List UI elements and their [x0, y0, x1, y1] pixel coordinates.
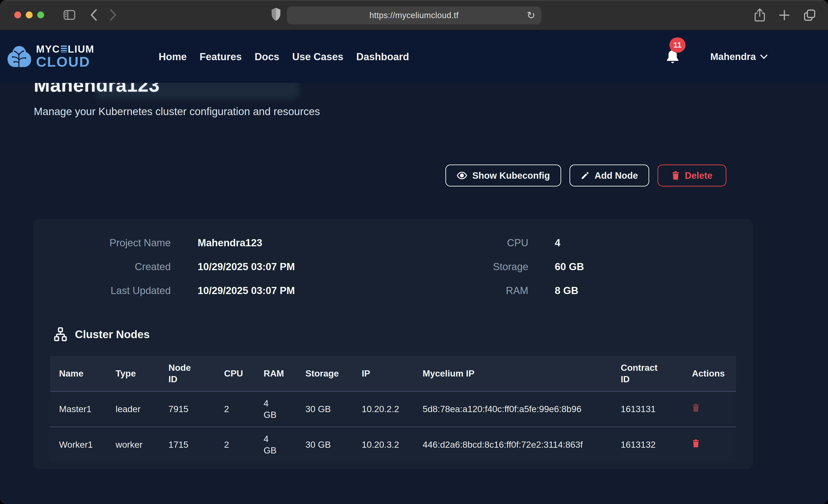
delete-node-button[interactable] [692, 403, 700, 413]
cluster-nodes-header: Cluster Nodes [53, 327, 753, 342]
reload-icon[interactable]: ↻ [527, 10, 535, 20]
nav-item-home[interactable]: Home [159, 51, 187, 62]
cell-storage: 30 GB [305, 427, 362, 462]
ram-label: RAM [423, 285, 528, 296]
storage-value: 60 GB [528, 261, 753, 272]
eye-icon [457, 172, 467, 179]
cell-ip: 10.20.2.2 [362, 391, 423, 427]
logo-wordmark: MYCLIUM CLOUD [36, 44, 94, 69]
new-tab-icon[interactable] [778, 9, 790, 21]
project-info-grid: Project Name Mahendra123 CPU 4 Created 1… [33, 219, 753, 296]
cell-storage: 30 GB [305, 391, 362, 427]
cell-name: Worker1 [50, 427, 116, 462]
created-value: 10/29/2025 03:07 PM [171, 261, 423, 272]
site-navbar: MYCLIUM CLOUD Home Features Docs Use Cas… [0, 30, 828, 83]
address-bar[interactable]: https://myceliumcloud.tf ↻ [287, 6, 541, 24]
table-header-row: Name Type Node ID CPU RAM Storage IP Myc… [50, 356, 736, 391]
col-storage: Storage [305, 356, 362, 391]
cell-node-id: 1715 [168, 427, 224, 462]
page-subtitle: Manage your Kubernetes cluster configura… [34, 105, 320, 118]
nav-item-docs[interactable]: Docs [255, 51, 280, 62]
nav-item-dashboard[interactable]: Dashboard [356, 51, 409, 62]
chevron-down-icon [760, 54, 768, 59]
cell-actions [692, 427, 736, 462]
browser-window: https://myceliumcloud.tf ↻ [0, 0, 828, 504]
add-node-button[interactable]: Add Node [570, 165, 649, 186]
cluster-nodes-table: Name Type Node ID CPU RAM Storage IP Myc… [50, 356, 736, 462]
sidebar-toggle-icon[interactable] [64, 10, 75, 20]
tab-overview-icon[interactable] [803, 9, 816, 22]
cpu-label: CPU [423, 238, 528, 248]
ram-value: 8 GB [528, 285, 753, 296]
cell-name: Master1 [50, 391, 116, 427]
forward-icon[interactable] [109, 8, 117, 22]
cluster-nodes-icon [53, 327, 68, 342]
cell-mycelium-ip: 5d8:78ea:a120:f40c:ff0f:a5fe:99e6:8b96 [423, 391, 621, 427]
storage-label: Storage [423, 261, 528, 272]
nav-links: Home Features Docs Use Cases Dashboard [159, 51, 409, 62]
notifications-button[interactable]: 11 [666, 49, 679, 64]
last-updated-label: Last Updated [33, 285, 171, 296]
col-contract-id: Contract ID [621, 356, 692, 391]
zoom-window-button[interactable] [37, 11, 44, 18]
cell-type: leader [116, 391, 168, 427]
browser-chrome: https://myceliumcloud.tf ↻ [0, 0, 828, 30]
user-menu[interactable]: Mahendra [710, 51, 768, 62]
minimize-window-button[interactable] [26, 11, 33, 18]
cloud-logo-icon [6, 44, 33, 70]
user-name: Mahendra [710, 51, 756, 62]
last-updated-value: 10/29/2025 03:07 PM [171, 285, 423, 296]
col-type: Type [116, 356, 168, 391]
col-ip: IP [362, 356, 423, 391]
share-icon[interactable] [754, 8, 765, 22]
col-cpu: CPU [224, 356, 263, 391]
url-text: https://myceliumcloud.tf [369, 10, 458, 20]
cell-node-id: 7915 [168, 391, 224, 427]
col-name: Name [50, 356, 116, 391]
delete-cluster-button[interactable]: Delete [658, 165, 727, 186]
trash-icon [692, 403, 700, 412]
trash-icon [692, 439, 700, 448]
notification-badge: 11 [669, 37, 686, 53]
cell-mycelium-ip: 446:d2a6:8bcd:8c16:ff0f:72e2:3114:863f [423, 427, 621, 462]
cell-ram: 4 GB [263, 427, 305, 462]
col-ram: RAM [263, 356, 305, 391]
cell-cpu: 2 [224, 391, 263, 427]
project-name-value: Mahendra123 [171, 238, 423, 248]
cluster-actions: Show Kubeconfig Add Node Delete [33, 165, 727, 186]
col-mycelium-ip: Mycelium IP [423, 356, 621, 391]
col-node-id: Node ID [168, 356, 224, 391]
cluster-detail-panel: Project Name Mahendra123 CPU 4 Created 1… [33, 219, 753, 469]
table-row: Worker1 worker 1715 2 4 GB 30 GB 10.20.3… [50, 427, 736, 462]
project-name-label: Project Name [33, 238, 171, 248]
trash-icon [671, 171, 680, 180]
cell-ip: 10.20.3.2 [362, 427, 423, 462]
stylized-e-glyph [61, 45, 67, 53]
cell-contract-id: 1613132 [621, 427, 692, 462]
back-icon[interactable] [90, 8, 98, 22]
privacy-shield-icon[interactable] [271, 7, 281, 22]
delete-node-button[interactable] [692, 439, 700, 449]
mycelium-cloud-logo[interactable]: MYCLIUM CLOUD [6, 44, 94, 70]
col-actions: Actions [692, 356, 736, 391]
created-label: Created [33, 261, 171, 272]
nav-item-use-cases[interactable]: Use Cases [292, 51, 343, 62]
pencil-icon [581, 171, 589, 180]
cell-type: worker [116, 427, 168, 462]
close-window-button[interactable] [14, 11, 21, 18]
window-controls [14, 11, 44, 18]
nav-item-features[interactable]: Features [200, 51, 242, 62]
cell-actions [692, 391, 736, 427]
cluster-nodes-title: Cluster Nodes [75, 328, 150, 341]
cell-cpu: 2 [224, 427, 263, 462]
show-kubeconfig-button[interactable]: Show Kubeconfig [445, 165, 561, 186]
table-row: Master1 leader 7915 2 4 GB 30 GB 10.20.2… [50, 391, 736, 427]
cell-contract-id: 1613131 [621, 391, 692, 427]
cpu-value: 4 [528, 238, 753, 248]
cell-ram: 4 GB [263, 391, 305, 427]
